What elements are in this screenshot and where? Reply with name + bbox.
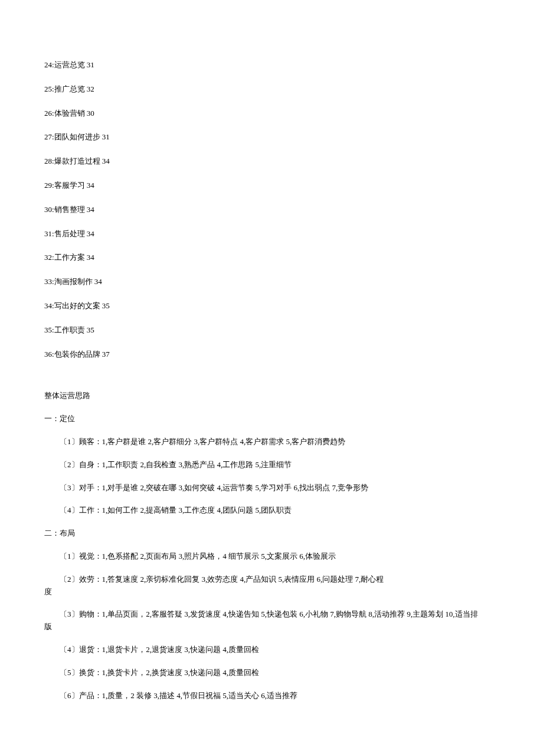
- section-one: 一：定位 〔1〕顾客：1,客户群是谁 2,客户群细分 3,客户群特点 4,客户群…: [44, 413, 499, 517]
- toc-item: 33:淘画报制作 34: [44, 276, 499, 288]
- list-item: 〔3〕对手：1,对手是谁 2,突破在哪 3,如何突破 4,运营节奏 5,学习对手…: [44, 482, 499, 494]
- list-item: 〔6〕产品：1,质量，2 装修 3,描述 4,节假日祝福 5,适当关心 6,适当…: [44, 690, 499, 702]
- list-item-cont: 版: [44, 621, 499, 633]
- toc-item: 34:写出好的文案 35: [44, 300, 499, 312]
- sub-heading-two: 二：布局: [44, 527, 499, 540]
- toc-item: 25:推广总览 32: [44, 83, 499, 96]
- list-item: 〔2〕效劳：1,答复速度 2,亲切标准化回复 3,效劳态度 4,产品知识 5,表…: [44, 573, 499, 586]
- sub-heading-one: 一：定位: [44, 413, 499, 425]
- section-two: 二：布局 〔1〕视觉：1,色系搭配 2,页面布局 3,照片风格，4 细节展示 5…: [44, 527, 499, 702]
- toc-item: 26:体验营销 30: [44, 107, 499, 120]
- toc-item: 28:爆款打造过程 34: [44, 155, 499, 168]
- toc-item: 29:客服学习 34: [44, 180, 499, 192]
- toc-item: 30:销售整理 34: [44, 204, 499, 216]
- list-item: 〔1〕视觉：1,色系搭配 2,页面布局 3,照片风格，4 细节展示 5,文案展示…: [44, 550, 499, 563]
- toc-item: 35:工作职责 35: [44, 324, 499, 337]
- list-item: 〔4〕工作：1,如何工作 2,提高销量 3,工作态度 4,团队问题 5,团队职责: [44, 504, 499, 517]
- toc-item: 36:包装你的品牌 37: [44, 348, 499, 361]
- table-of-contents: 24:运营总览 31 25:推广总览 32 26:体验营销 30 27:团队如何…: [44, 59, 499, 360]
- toc-item: 24:运营总览 31: [44, 59, 499, 71]
- toc-item: 31:售后处理 34: [44, 228, 499, 240]
- toc-item: 32:工作方案 34: [44, 252, 499, 264]
- list-item: 〔1〕顾客：1,客户群是谁 2,客户群细分 3,客户群特点 4,客户群需求 5,…: [44, 436, 499, 448]
- list-item: 〔3〕购物：1,单品页面，2,客服答疑 3,发货速度 4,快递告知 5,快递包装…: [44, 608, 499, 621]
- list-item-cont: 度: [44, 586, 499, 598]
- document-page: 24:运营总览 31 25:推广总览 32 26:体验营销 30 27:团队如何…: [44, 59, 499, 702]
- list-item: 〔5〕换货：1,换货卡片，2,换货速度 3,快递问题 4,质量回检: [44, 667, 499, 679]
- list-item: 〔4〕退货：1,退货卡片，2,退货速度 3,快递问题 4,质量回检: [44, 644, 499, 656]
- toc-item: 27:团队如何进步 31: [44, 131, 499, 144]
- list-item: 〔2〕自身：1,工作职责 2,自我检查 3,熟悉产品 4,工作思路 5,注重细节: [44, 459, 499, 471]
- section-title: 整体运营思路: [44, 390, 499, 402]
